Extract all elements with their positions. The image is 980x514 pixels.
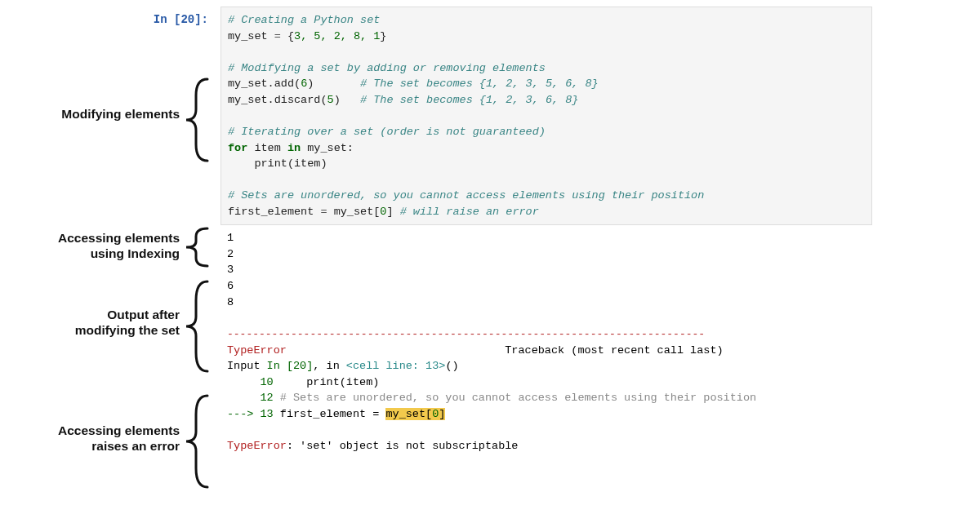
code-token: first_element — [228, 206, 320, 218]
code-token: ] — [386, 206, 399, 218]
code-token: my_set.discard( — [228, 94, 327, 106]
code-line: # Iterating over a set (order is not gua… — [228, 126, 546, 138]
tb-token: () — [445, 360, 458, 372]
code-token: # will raise an error — [400, 206, 539, 218]
tb-lineno: 10 — [227, 376, 274, 388]
code-token: 3, 5, 2, 8, 1 — [294, 30, 380, 42]
tb-lineno: 12 — [227, 392, 274, 404]
code-token: in — [287, 142, 301, 154]
code-token: = — [274, 30, 281, 42]
traceback-divider: ----------------------------------------… — [227, 328, 705, 340]
brace-icon — [183, 277, 216, 375]
code-line: # Modifying a set by adding or removing … — [228, 62, 546, 74]
traceback-label: Traceback (most recent call last) — [505, 344, 723, 357]
tb-token: , in — [313, 360, 346, 372]
tb-arrow: ---> — [227, 408, 261, 420]
annotation-line: modifying the set — [75, 323, 180, 337]
code-line: # Sets are unordered, so you cannot acce… — [228, 189, 704, 202]
output-line: 8 — [227, 296, 234, 308]
tb-lineno: 13 — [261, 408, 274, 420]
code-token: my_set: — [301, 142, 354, 154]
annotation-line: raises an error — [91, 439, 180, 453]
output-line: 3 — [227, 264, 234, 276]
error-highlight: my_set[0] — [385, 408, 445, 420]
tb-token: ] — [439, 408, 445, 420]
annotation-indexing: Accessing elements using Indexing — [58, 230, 180, 262]
code-token: { — [281, 30, 294, 42]
tb-token: my_set[ — [385, 408, 432, 420]
annotation-line: Accessing elements — [58, 423, 180, 437]
annotation-line: Accessing elements — [58, 231, 180, 245]
tb-token: <cell line: 13> — [346, 360, 446, 372]
code-token: my_set[ — [327, 206, 381, 218]
tb-token: In [20] — [267, 360, 314, 372]
code-token: 5 — [327, 94, 334, 106]
code-token: for — [228, 142, 247, 154]
error-name: TypeError — [227, 440, 287, 452]
input-prompt: In [20]: — [154, 13, 216, 26]
brace-icon — [183, 225, 216, 269]
brace-icon — [183, 392, 216, 491]
code-line: # Creating a Python set — [228, 14, 380, 26]
error-name: TypeError — [227, 344, 287, 357]
error-message: : 'set' object is not subscriptable — [287, 440, 519, 452]
annotation-output: Output after modifying the set — [75, 307, 180, 339]
code-token: = — [320, 206, 327, 218]
code-token: my_set — [228, 30, 274, 42]
output-cell: 1 2 3 6 8 ------------------------------… — [220, 225, 871, 459]
code-token: # The set becomes {1, 2, 3, 6, 8} — [360, 94, 578, 106]
tb-token: first_element = — [274, 408, 386, 420]
code-token: } — [380, 30, 386, 42]
output-line: 2 — [227, 248, 234, 260]
output-line: 6 — [227, 280, 234, 292]
annotation-line: Output after — [107, 308, 180, 321]
tb-token: Input — [227, 360, 267, 372]
code-token: ) — [334, 94, 360, 106]
tb-token: print(item) — [274, 376, 380, 388]
code-token: ) — [307, 78, 360, 90]
output-line: 1 — [227, 232, 234, 244]
code-token: my_set.add( — [228, 78, 301, 90]
code-token: item — [247, 142, 287, 154]
notebook-column: In [20]: # Creating a Python set my_set … — [220, 7, 980, 459]
tb-token: # Sets are unordered, so you cannot acce… — [274, 392, 756, 404]
code-token: # The set becomes {1, 2, 3, 5, 6, 8} — [360, 78, 599, 90]
code-cell[interactable]: # Creating a Python set my_set = {3, 5, … — [220, 7, 872, 225]
annotation-line: using Indexing — [91, 246, 180, 260]
annotation-error: Accessing elements raises an error — [58, 423, 180, 454]
code-token: print(item) — [228, 157, 327, 170]
